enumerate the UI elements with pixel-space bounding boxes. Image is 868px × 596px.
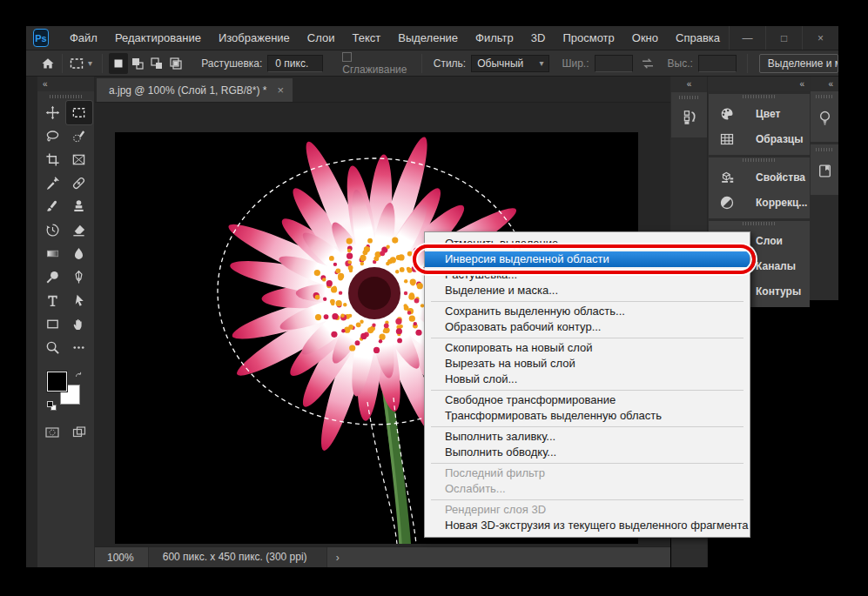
minimize-window-button[interactable]: — (729, 26, 765, 50)
collapse-toolbar-icon[interactable]: « (37, 77, 94, 91)
tool-preset-chevron-icon[interactable]: ▾ (88, 58, 92, 68)
menubar-item-2[interactable]: Редактирование (106, 26, 210, 50)
menubar-item-11[interactable]: Справка (667, 26, 729, 50)
rectangular-marquee-tool[interactable] (66, 101, 92, 124)
antialias-checkbox[interactable]: Сглаживание (342, 51, 408, 76)
quick-mask-button[interactable] (44, 424, 60, 440)
crop-tool[interactable] (40, 148, 66, 171)
document-tab[interactable]: a.jpg @ 100% (Слой 1, RGB/8*) * × (97, 78, 293, 102)
healing-brush-tool[interactable] (66, 171, 92, 195)
context-menu-item[interactable]: Выделение и маска... (425, 283, 750, 298)
menubar-item-7[interactable]: Фильтр (467, 26, 522, 50)
lasso-tool[interactable] (40, 124, 66, 148)
eraser-tool[interactable] (66, 218, 92, 242)
eyedropper-tool[interactable] (40, 171, 66, 195)
maximize-window-button[interactable]: □ (765, 26, 802, 50)
active-tool-icon[interactable] (69, 56, 84, 71)
context-menu-item[interactable]: Скопировать на новый слой (425, 340, 750, 356)
clone-stamp-tool[interactable] (66, 195, 92, 218)
height-input[interactable] (698, 55, 737, 72)
panel-button-color-palette[interactable]: Цвет (709, 101, 810, 126)
menu-separator (431, 390, 744, 391)
frame-tool[interactable] (66, 148, 92, 171)
feather-input[interactable]: 0 пикс. (267, 55, 323, 72)
menubar-item-4[interactable]: Слои (299, 26, 344, 50)
style-select[interactable]: Обычный▾ (471, 55, 549, 72)
menubar-item-6[interactable]: Выделение (389, 26, 467, 50)
menubar-item-1[interactable]: Файл (61, 26, 106, 50)
menubar-item-8[interactable]: 3D (522, 26, 555, 50)
context-menu-item[interactable]: Выполнить заливку... (425, 429, 750, 445)
context-menu-item[interactable]: Новая 3D-экструзия из текущего выделенно… (425, 518, 750, 533)
subtract-selection-mode-button[interactable] (147, 53, 166, 74)
collapse-panel-icon[interactable]: « (671, 77, 707, 91)
swap-colors-icon[interactable] (74, 370, 85, 381)
pen-tool[interactable] (66, 265, 92, 289)
menubar-item-9[interactable]: Просмотр (554, 26, 622, 50)
menubar-item-10[interactable]: Окно (623, 26, 667, 50)
menu-separator (431, 301, 744, 302)
context-menu-item[interactable]: Вырезать на новый слой (425, 356, 750, 372)
panel-grip (743, 221, 776, 226)
more-tools[interactable] (66, 336, 92, 359)
blur-tool[interactable] (66, 242, 92, 265)
width-input[interactable] (595, 55, 633, 72)
panel-label: Образцы (756, 133, 804, 145)
panel-group-2: СвойстваКоррекц... (709, 157, 810, 218)
add-selection-mode-button[interactable] (128, 53, 147, 74)
toolbar-grip[interactable] (50, 94, 83, 99)
menubar-item-3[interactable]: Изображение (210, 26, 299, 50)
new-selection-icon (111, 56, 126, 71)
hand-tool[interactable] (66, 312, 92, 336)
menu-separator (431, 338, 744, 338)
divider (62, 54, 63, 73)
context-menu-item[interactable]: Трансформировать выделенную область (425, 408, 750, 424)
move-tool[interactable] (40, 101, 66, 124)
panel-button-swatches[interactable]: Образцы (709, 126, 810, 151)
panel-button-adjustments[interactable]: Коррекц... (709, 190, 810, 215)
close-tab-icon[interactable]: × (277, 84, 284, 97)
gradient-tool[interactable] (40, 242, 66, 265)
menubar-item-5[interactable]: Текст (343, 26, 389, 50)
select-and-mask-button[interactable]: Выделение и маск (759, 54, 838, 73)
swap-dimensions-icon[interactable] (640, 56, 656, 71)
context-menu-item: Последний фильтр (425, 465, 750, 481)
dodge-tool[interactable] (40, 265, 66, 289)
context-menu-item[interactable]: Образовать рабочий контур... (425, 319, 750, 335)
home-icon[interactable] (40, 56, 56, 71)
status-chevron-icon[interactable]: › (336, 552, 340, 564)
panel-label: Свойства (756, 171, 805, 184)
type-tool[interactable] (40, 289, 66, 312)
subtract-selection-icon (149, 56, 165, 71)
path-selection-tool[interactable] (66, 289, 92, 312)
discover-panel-button[interactable] (811, 91, 838, 142)
brush-tool[interactable] (40, 195, 66, 218)
chevron-down-icon: ▾ (539, 58, 543, 68)
context-menu-item[interactable]: Сохранить выделенную область... (425, 304, 750, 319)
collapse-panel-icon[interactable]: « (811, 77, 838, 91)
divider (102, 54, 103, 73)
quick-selection-tool[interactable] (66, 124, 92, 148)
screen-mode-button[interactable] (71, 424, 87, 440)
zoom-tool[interactable] (40, 336, 66, 359)
foreground-color-swatch[interactable] (47, 372, 67, 392)
default-colors-icon[interactable] (47, 401, 57, 412)
zoom-level[interactable]: 100% (107, 552, 134, 564)
divider (747, 54, 748, 73)
collapse-panel-icon[interactable]: « (709, 77, 810, 91)
libraries-panel-button[interactable] (811, 144, 838, 195)
adjustments-icon (719, 195, 745, 211)
toolbar-rail (26, 77, 37, 567)
document-info[interactable]: 600 пикс. x 450 пикс. (300 ppi) (148, 547, 327, 567)
context-menu-item[interactable]: Свободное трансформирование (425, 392, 750, 408)
new-selection-mode-button[interactable] (109, 53, 128, 74)
history-brush-tool[interactable] (40, 218, 66, 242)
panel-button-properties[interactable]: Свойства (709, 164, 810, 190)
close-window-button[interactable]: × (802, 26, 838, 50)
intersect-selection-mode-button[interactable] (166, 53, 185, 74)
context-menu-item[interactable]: Выполнить обводку... (425, 445, 750, 460)
history-panel-button[interactable] (671, 92, 707, 137)
rectangle-tool[interactable] (40, 312, 66, 336)
context-menu-item[interactable]: Новый слой... (425, 372, 750, 387)
screen-mode-icon (71, 425, 87, 440)
